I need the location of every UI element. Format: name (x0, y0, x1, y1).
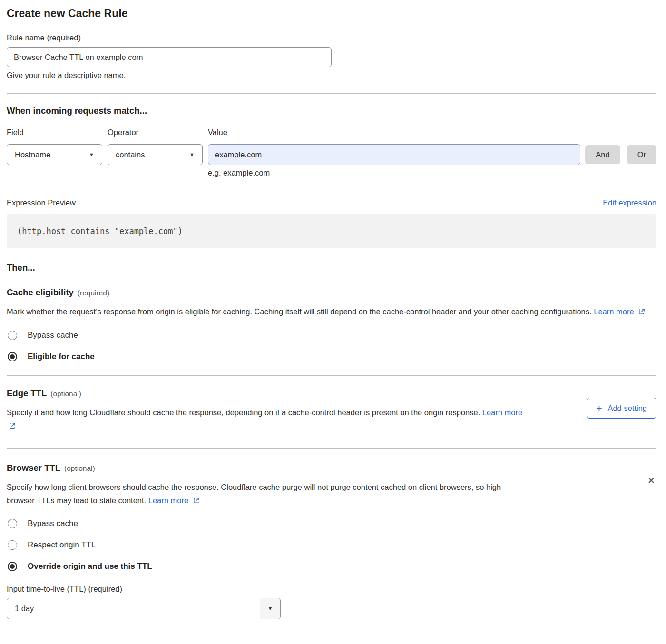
radio-label: Respect origin TTL (28, 540, 96, 550)
ttl-select[interactable]: 1 day ▼ (7, 598, 281, 619)
radio-bypass-cache-browser-ttl[interactable]: Bypass cache (7, 519, 656, 528)
and-button[interactable]: And (585, 145, 620, 164)
radio-icon[interactable] (8, 540, 17, 550)
plus-icon: + (596, 403, 602, 413)
add-setting-label: Add setting (607, 404, 647, 413)
edge-ttl-qualifier: (optional) (50, 390, 81, 398)
external-link-icon (9, 420, 16, 433)
operator-column-label: Operator (108, 128, 208, 137)
radio-label: Bypass cache (28, 519, 78, 528)
chevron-down-icon: ▼ (268, 606, 273, 611)
external-link-icon (638, 306, 646, 319)
cache-eligibility-description: Mark whether the request’s response from… (7, 305, 648, 319)
create-cache-rule-form: Create new Cache Rule Rule name (require… (0, 0, 666, 619)
browser-ttl-section: Browser TTL(optional) ✕ Specify how long… (7, 463, 656, 619)
edge-ttl-heading: Edge TTL(optional) (7, 388, 656, 399)
radio-selected-icon[interactable] (8, 562, 17, 571)
value-column-label: Value (208, 128, 227, 137)
add-setting-button[interactable]: + Add setting (587, 398, 656, 419)
divider (7, 375, 656, 376)
browser-ttl-qualifier: (optional) (64, 464, 95, 472)
radio-selected-icon[interactable] (8, 352, 17, 361)
radio-bypass-cache-eligibility[interactable]: Bypass cache (7, 331, 656, 340)
cache-eligibility-qualifier: (required) (78, 289, 109, 297)
expression-code: (http.host contains "example.com") (17, 226, 183, 236)
or-button[interactable]: Or (627, 145, 656, 164)
chevron-down-icon: ▼ (189, 152, 195, 157)
browser-ttl-description: Specify how long client browsers should … (7, 480, 530, 508)
radio-eligible-for-cache[interactable]: Eligible for cache (7, 352, 656, 361)
operator-select[interactable]: contains ▼ (108, 144, 203, 165)
page-title: Create new Cache Rule (7, 7, 656, 20)
edge-ttl-description-text: Specify if and how long Cloudflare shoul… (7, 408, 480, 417)
browser-ttl-description-text: Specify how long client browsers should … (7, 483, 501, 505)
cache-eligibility-description-text: Mark whether the request’s response from… (7, 307, 592, 316)
radio-icon[interactable] (8, 519, 17, 528)
then-heading: Then... (7, 263, 656, 273)
chevron-down-icon: ▼ (89, 152, 94, 157)
edge-ttl-learn-more-link[interactable]: Learn more (482, 408, 522, 417)
radio-label: Eligible for cache (28, 352, 95, 361)
rule-name-input[interactable] (7, 47, 332, 67)
radio-override-origin-ttl[interactable]: Override origin and use this TTL (7, 562, 656, 571)
divider (7, 448, 656, 449)
expression-preview-label: Expression Preview (7, 198, 76, 207)
radio-icon[interactable] (8, 331, 17, 340)
match-value-input[interactable] (208, 144, 580, 165)
browser-ttl-title: Browser TTL (7, 463, 60, 473)
field-select[interactable]: Hostname ▼ (7, 144, 102, 165)
radio-label: Override origin and use this TTL (28, 562, 152, 571)
match-section-heading: When incoming requests match... (7, 106, 656, 116)
browser-ttl-learn-more-link[interactable]: Learn more (148, 496, 188, 505)
edge-ttl-section: Edge TTL(optional) + Add setting Specify… (7, 388, 656, 433)
external-link-icon (193, 495, 200, 508)
rule-name-helper: Give your rule a descriptive name. (7, 71, 656, 80)
rule-name-label: Rule name (required) (7, 33, 656, 42)
divider (7, 93, 656, 94)
radio-respect-origin-ttl[interactable]: Respect origin TTL (7, 540, 656, 550)
close-icon[interactable]: ✕ (646, 476, 656, 486)
edit-expression-link[interactable]: Edit expression (603, 198, 656, 207)
edge-ttl-title: Edge TTL (7, 388, 47, 398)
cache-eligibility-title: Cache eligibility (7, 287, 74, 297)
field-select-value: Hostname (15, 150, 50, 159)
cache-eligibility-learn-more-link[interactable]: Learn more (594, 307, 634, 316)
ttl-input-label: Input time-to-live (TTL) (required) (7, 585, 656, 594)
radio-label: Bypass cache (28, 331, 78, 340)
edge-ttl-description: Specify if and how long Cloudflare shoul… (7, 406, 530, 433)
ttl-select-arrow-cap[interactable]: ▼ (260, 598, 280, 619)
operator-select-value: contains (116, 150, 145, 159)
expression-code-block: (http.host contains "example.com") (7, 214, 656, 248)
ttl-select-value: 1 day (15, 604, 34, 613)
value-example-helper: e.g. example.com (208, 168, 656, 177)
field-column-label: Field (7, 128, 108, 137)
browser-ttl-heading: Browser TTL(optional) (7, 463, 656, 474)
cache-eligibility-heading: Cache eligibility(required) (7, 287, 656, 298)
